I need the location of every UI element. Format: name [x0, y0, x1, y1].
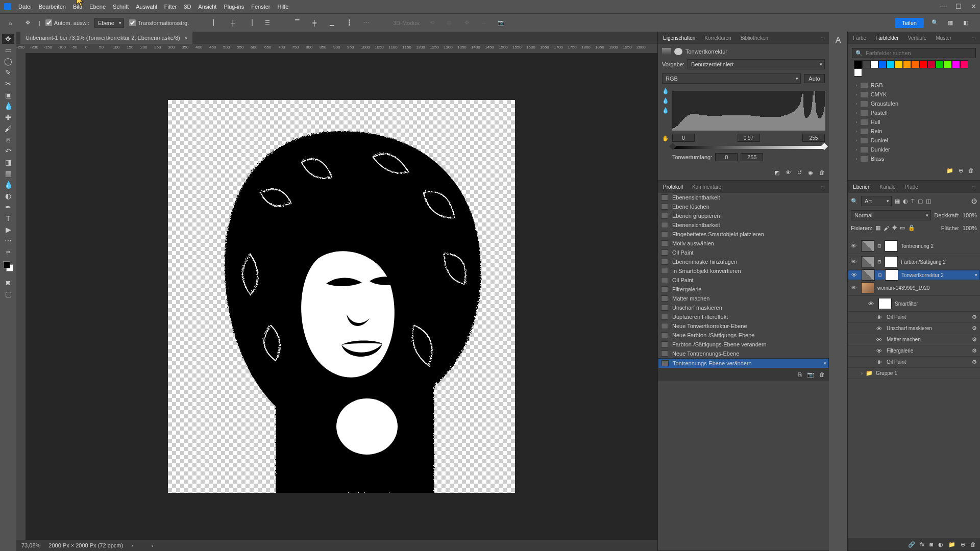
folder-icon[interactable]: 📁 — [946, 167, 953, 174]
align-hcenter-icon[interactable]: ┼ — [227, 17, 239, 29]
stamp-tool[interactable]: ⧈ — [2, 135, 14, 145]
more-tools-icon[interactable]: ⋯ — [2, 236, 14, 246]
blend-mode-dropdown[interactable]: Normal — [851, 210, 931, 220]
swatch[interactable] — [936, 60, 944, 68]
layer-row[interactable]: 👁⊟Tontrennung 2 — [848, 238, 980, 254]
swatch[interactable] — [952, 60, 960, 68]
panel-menu-icon[interactable]: ≡ — [819, 182, 826, 193]
input-white-point[interactable] — [802, 134, 825, 142]
swatch[interactable] — [854, 68, 862, 77]
swatch[interactable] — [927, 60, 936, 68]
channel-dropdown[interactable]: RGB — [662, 73, 801, 84]
tab-kommentare[interactable]: Kommentare — [690, 182, 723, 193]
mask-icon[interactable] — [674, 48, 682, 55]
lock-all-icon[interactable]: 🔒 — [908, 224, 915, 231]
swatch-folder[interactable]: ›Dunkel — [854, 136, 974, 145]
character-panel-icon[interactable]: A — [836, 36, 841, 45]
menu-schrift[interactable]: Schrift — [113, 4, 129, 10]
tab-kanaele[interactable]: Kanäle — [877, 182, 897, 193]
dodge-tool[interactable]: ◐ — [2, 191, 14, 201]
swatch-folder[interactable]: ›RGB — [854, 81, 974, 90]
eraser-tool[interactable]: ◨ — [2, 157, 14, 167]
swap-colors-icon[interactable]: ⇄ — [2, 247, 14, 257]
arrange-icon[interactable]: ◧ — [960, 17, 972, 29]
history-item[interactable]: Matter machen — [658, 294, 829, 303]
align-bottom-icon[interactable]: ▁ — [326, 17, 338, 29]
gray-eyedropper-icon[interactable]: 💧 — [662, 97, 669, 104]
filter-blend-icon[interactable]: ⚙ — [972, 314, 977, 320]
layer-mask-icon[interactable]: ◙ — [929, 541, 933, 547]
clip-to-layer-icon[interactable]: ◩ — [774, 169, 779, 176]
swatch[interactable] — [870, 60, 878, 68]
smartfilter-header[interactable]: 👁Smartfilter — [848, 296, 980, 312]
smartfilter-item[interactable]: 👁Unscharf maskieren⚙ — [848, 323, 980, 334]
layer-group[interactable]: ›📁Gruppe 1 — [848, 368, 980, 379]
zoom-level[interactable]: 73,08% — [21, 542, 40, 548]
lock-brush-icon[interactable]: 🖌 — [884, 225, 889, 231]
tab-verlaeufe[interactable]: Verläufe — [906, 33, 929, 44]
menu-hilfe[interactable]: Hilfe — [277, 4, 288, 10]
quickmask-tool[interactable]: ◙ — [2, 278, 14, 288]
history-item[interactable]: Ebenensichtbarkeit — [658, 220, 829, 230]
auto-select-checkbox[interactable]: Autom. ausw.: — [45, 19, 89, 26]
home-icon[interactable]: ⌂ — [4, 17, 16, 29]
history-item[interactable]: Ebenensichtbarkeit — [658, 193, 829, 202]
output-black[interactable] — [715, 153, 738, 161]
new-group-icon[interactable]: 📁 — [948, 541, 955, 548]
layer-row[interactable]: 👁woman-1439909_1920 — [848, 280, 980, 296]
pen-tool[interactable]: ✒ — [2, 202, 14, 212]
search-icon[interactable]: 🔍 — [929, 17, 941, 29]
swatch[interactable] — [911, 60, 919, 68]
auto-select-target-dropdown[interactable]: Ebene — [94, 18, 124, 28]
toggle-visibility-icon[interactable]: 👁 — [786, 169, 791, 176]
swatch-folder[interactable]: ›Pastell — [854, 108, 974, 117]
layer-style-icon[interactable]: fx — [920, 541, 925, 547]
new-layer-icon[interactable]: ⊕ — [961, 541, 965, 548]
swatch[interactable] — [887, 60, 895, 68]
input-black-point[interactable] — [672, 134, 695, 142]
delete-swatch-icon[interactable]: 🗑 — [968, 167, 974, 174]
status-arrow-icon[interactable]: › — [131, 542, 133, 548]
view-previous-icon[interactable]: ◉ — [808, 169, 813, 176]
share-button[interactable]: Teilen — [895, 18, 924, 28]
smartfilter-item[interactable]: 👁Filtergalerie⚙ — [848, 345, 980, 357]
tab-pfade[interactable]: Pfade — [903, 182, 920, 193]
panel-menu-icon[interactable]: ≡ — [970, 33, 977, 44]
history-item[interactable]: Farbton-/Sättigungs-Ebene verändern — [658, 340, 829, 349]
menu-fenster[interactable]: Fenster — [251, 4, 270, 10]
delete-adjustment-icon[interactable]: 🗑 — [819, 169, 825, 176]
more-options-icon[interactable]: ⋯ — [360, 17, 373, 29]
menu-auswahl[interactable]: Auswahl — [136, 4, 157, 10]
layer-row[interactable]: 👁⊟Tonwertkorrektur 2 — [848, 270, 980, 280]
new-swatch-icon[interactable]: ⊕ — [959, 167, 963, 174]
history-brush-tool[interactable]: ↶ — [2, 146, 14, 156]
history-item[interactable]: Ebene löschen — [658, 202, 829, 211]
swatch-folder[interactable]: ›CMYK — [854, 90, 974, 99]
filter-blend-icon[interactable]: ⚙ — [972, 359, 977, 365]
gradient-tool[interactable]: ▤ — [2, 168, 14, 179]
menu-3d[interactable]: 3D — [184, 4, 191, 10]
filter-adjust-icon[interactable]: ◐ — [903, 198, 908, 205]
workspace-icon[interactable]: ▦ — [944, 17, 957, 29]
auto-button[interactable]: Auto — [804, 74, 825, 83]
menu-datei[interactable]: Datei — [18, 4, 32, 10]
new-fill-layer-icon[interactable]: ◐ — [938, 541, 943, 548]
align-more-icon[interactable]: ┇ — [343, 17, 355, 29]
align-distribute-icon[interactable]: ☰ — [261, 17, 274, 29]
heal-tool[interactable]: ✚ — [2, 112, 14, 122]
move-tool[interactable]: ✥ — [2, 34, 14, 44]
eyedropper-tool[interactable]: 💧 — [2, 101, 14, 111]
brush-tool[interactable]: 🖌 — [2, 123, 14, 134]
lock-pixels-icon[interactable]: ▦ — [875, 224, 880, 231]
filter-type-icon[interactable]: T — [911, 198, 915, 204]
filter-blend-icon[interactable]: ⚙ — [972, 325, 977, 332]
history-item[interactable]: Eingebettetes Smartobjekt platzieren — [658, 230, 829, 239]
create-document-icon[interactable]: ⎘ — [798, 371, 802, 378]
close-tab-icon[interactable]: × — [184, 35, 187, 41]
visibility-toggle-icon[interactable]: 👁 — [851, 272, 859, 278]
tab-eigenschaften[interactable]: Eigenschaften — [661, 33, 697, 44]
output-white[interactable] — [741, 153, 763, 161]
tab-farbe[interactable]: Farbe — [851, 33, 868, 44]
fill-value[interactable]: 100% — [963, 225, 977, 231]
minimize-icon[interactable]: — — [940, 3, 946, 9]
